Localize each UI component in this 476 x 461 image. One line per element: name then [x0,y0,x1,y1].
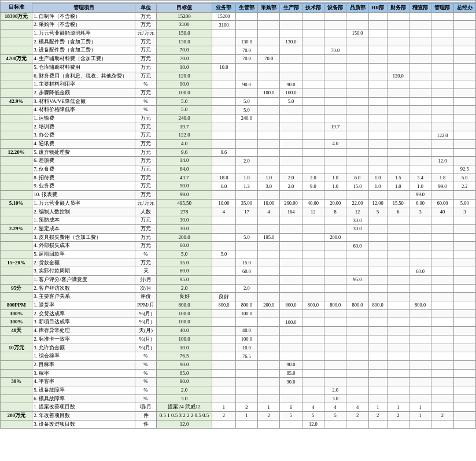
dept-cell [235,386,257,394]
dept-cell [302,276,324,285]
dept-cell: 100.0 [280,318,302,327]
value-cell: 60.0 [156,267,212,276]
dept-cell [368,327,387,335]
dept-cell [431,123,453,131]
dept-cell [346,420,368,429]
dept-cell [387,369,409,378]
dept-cell [346,344,368,352]
dept-cell [453,259,475,267]
unit-cell: 万元 [135,224,157,233]
dept-cell [258,327,280,335]
dept-cell [258,140,280,149]
dept-cell: 30.0 [346,224,368,233]
dept-cell [280,114,302,123]
table-row: 5.10%1. 万元营业额人员率元/万元495.5010.0035.0010.0… [1,199,476,208]
unit-cell: %(月) [135,318,157,327]
dept-cell [258,157,280,165]
dept-cell [235,63,257,72]
dept-cell: 15.0 [346,182,368,191]
unit-cell: 万元 [135,46,157,55]
dept-cell [212,123,235,131]
dept-cell [346,88,368,97]
dept-cell [212,369,235,378]
dept-cell [258,242,280,250]
value-cell: 30.0 [156,216,212,225]
dept-cell [453,88,475,97]
unit-cell: % [135,378,157,386]
dept-cell [280,386,302,394]
dept-cell [302,352,324,361]
dept-cell: 90.0 [235,80,257,89]
table-row: 1. 预防成本万元30.030.0 [1,216,476,225]
dept-cell: 5.0 [235,233,257,242]
dept-cell: 5.0 [453,174,475,182]
dept-cell [387,352,409,361]
dept-cell [212,335,235,344]
dept-cell [258,46,280,55]
dept-cell [302,191,324,200]
item-cell: 1. 运输费 [32,114,135,123]
item-cell: 2. 年改善项目数 [32,412,135,421]
dept-cell [258,106,280,115]
unit-cell: 件 [135,412,157,421]
dept-cell: 2 [212,412,235,421]
dept-cell: 40.00 [302,199,324,208]
dept-cell: 9.0 [302,182,324,191]
dept-cell: 1.0 [368,174,387,182]
dept-cell [387,309,409,318]
dept-cell [235,140,257,149]
dept-cell: 1 [387,403,409,412]
value-cell: 14.0 [156,157,212,165]
dept-cell [387,114,409,123]
dept-cell: 3.0 [258,182,280,191]
dept-cell: 2 [431,412,453,421]
dept-cell [453,284,475,293]
dept-cell: 2 [235,403,257,412]
item-cell: 4. 外部损失成本 [32,242,135,250]
dept-cell: 12.0 [431,157,453,165]
dept-cell [387,327,409,335]
dept-cell [212,259,235,267]
dept-cell: 5 [324,412,346,421]
dept-cell [453,46,475,55]
dept-cell [324,242,346,250]
dept-cell [212,420,235,429]
dept-cell [368,140,387,149]
dept-cell [258,420,280,429]
dept-cell [453,21,475,29]
dept-cell [280,148,302,157]
unit-cell: 万元 [135,242,157,250]
value-cell: 100.0 [156,335,212,344]
dept-cell: 2 [387,412,409,421]
table-row: 5. 设备故障率%2.02.0 [1,386,476,394]
dept-cell: 2.0 [302,174,324,182]
dept-cell [280,12,302,21]
dept-cell [368,276,387,285]
dept-cell [346,191,368,200]
dept-cell [368,123,387,131]
dept-cell [368,131,387,140]
dept-cell [302,12,324,21]
dept-cell [453,148,475,157]
value-cell: 30.0 [156,224,212,233]
dept-cell [212,29,235,38]
col-biz: 业务部 [212,4,235,13]
item-cell: 8. 招待费 [32,174,135,182]
dept-cell [302,80,324,89]
item-cell: 2. 鉴定成本 [32,224,135,233]
dept-cell [258,21,280,29]
unit-cell: 万元 [135,259,157,267]
unit-cell: 万元 [135,216,157,225]
target-cell [1,29,32,38]
table-row: 9. 业务费万元50.06.01.33.02.09.01.015.01.01.0… [1,182,476,191]
dept-cell [387,267,409,276]
col-prod: 生产部 [280,4,302,13]
table-row: 5. 延期回款率%5.05.0 [1,250,476,259]
col-audit: 稽查部 [409,4,431,13]
dept-cell: 6 [387,208,409,216]
value-cell: 122.0 [156,131,212,140]
target-cell [1,80,32,89]
dept-cell [453,403,475,412]
dept-cell [302,242,324,250]
item-cell: 2. 编制人数控制 [32,208,135,216]
